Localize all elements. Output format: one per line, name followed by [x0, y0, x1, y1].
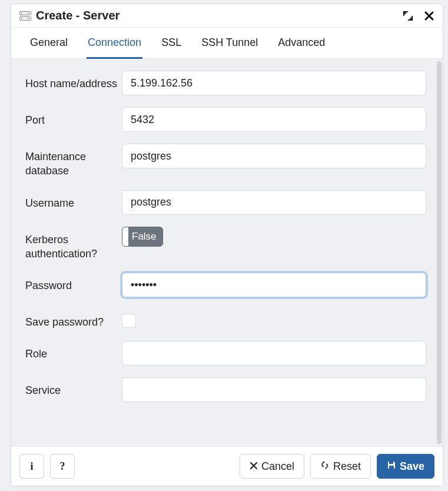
- help-button[interactable]: ?: [50, 454, 75, 479]
- svg-point-3: [21, 18, 22, 19]
- port-input[interactable]: [122, 107, 426, 132]
- username-label: Username: [16, 190, 122, 210]
- password-label: Password: [16, 273, 122, 293]
- maintdb-input[interactable]: [122, 144, 426, 168]
- toggle-handle: [122, 227, 128, 246]
- server-icon: [19, 11, 31, 21]
- maintdb-label: Maintenance database: [16, 144, 122, 178]
- toggle-label: False: [128, 231, 162, 243]
- svg-point-2: [21, 12, 22, 14]
- cancel-label: Cancel: [261, 460, 294, 473]
- svg-rect-7: [389, 466, 394, 469]
- savepw-checkbox[interactable]: [122, 314, 136, 328]
- cancel-button[interactable]: Cancel: [240, 454, 304, 479]
- dialog-title: Create - Server: [36, 9, 403, 22]
- create-server-dialog: Create - Server General Connection SSL S…: [11, 4, 443, 486]
- tab-ssl[interactable]: SSL: [160, 28, 182, 59]
- kerberos-toggle[interactable]: False: [122, 227, 163, 247]
- kerberos-label: Kerberos authentication?: [16, 227, 122, 261]
- service-input[interactable]: [122, 377, 426, 402]
- username-input[interactable]: [122, 190, 426, 215]
- reset-label: Reset: [333, 460, 361, 473]
- tab-connection[interactable]: Connection: [87, 28, 142, 59]
- close-x-icon: [250, 460, 258, 473]
- save-button[interactable]: Save: [377, 454, 434, 479]
- titlebar: Create - Server: [11, 4, 443, 28]
- tabs: General Connection SSL SSH Tunnel Advanc…: [11, 28, 443, 59]
- form-content: Host name/address Port Maintenance datab…: [11, 59, 443, 446]
- password-input[interactable]: [122, 273, 426, 297]
- host-input[interactable]: [122, 71, 426, 95]
- role-input[interactable]: [122, 341, 426, 366]
- save-disk-icon: [387, 460, 396, 473]
- expand-icon[interactable]: [403, 11, 413, 21]
- port-label: Port: [16, 107, 122, 127]
- role-label: Role: [16, 341, 122, 361]
- scrollbar[interactable]: [437, 61, 442, 444]
- footer: i ? Cancel Reset Save: [11, 446, 443, 486]
- tab-general[interactable]: General: [29, 28, 69, 59]
- service-label: Service: [16, 377, 122, 397]
- tab-advanced[interactable]: Advanced: [277, 28, 326, 59]
- recycle-icon: [320, 460, 330, 473]
- svg-rect-6: [389, 462, 393, 464]
- info-button[interactable]: i: [19, 454, 44, 479]
- host-label: Host name/address: [16, 71, 122, 91]
- reset-button[interactable]: Reset: [310, 454, 371, 479]
- savepw-label: Save password?: [16, 309, 122, 329]
- save-label: Save: [400, 460, 424, 473]
- tab-ssh-tunnel[interactable]: SSH Tunnel: [200, 28, 259, 59]
- close-icon[interactable]: [424, 11, 434, 21]
